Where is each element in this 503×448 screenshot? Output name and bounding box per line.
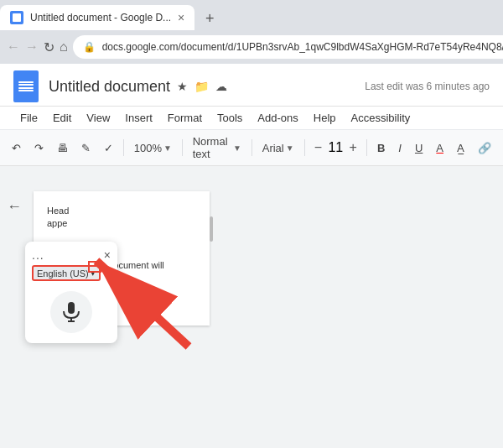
- docs-title[interactable]: Untitled document: [49, 78, 170, 96]
- docs-logo: [13, 70, 39, 102]
- highlight-button[interactable]: A̲: [452, 140, 469, 156]
- print-button[interactable]: 🖶: [52, 140, 73, 156]
- font-dropdown-arrow: ▼: [286, 143, 294, 153]
- scroll-indicator: [210, 216, 213, 242]
- link-button[interactable]: 🔗: [473, 140, 496, 156]
- red-highlight-box: [88, 261, 101, 273]
- redo-button[interactable]: ↷: [29, 140, 49, 156]
- menu-bar: File Edit View Insert Format Tools Add-o…: [0, 107, 503, 130]
- menu-help[interactable]: Help: [307, 108, 343, 128]
- doc-back-button[interactable]: ←: [7, 198, 22, 216]
- tab-close-btn[interactable]: ×: [178, 11, 184, 24]
- doc-line-1: Head: [47, 206, 69, 216]
- paint-format-button[interactable]: ✎: [76, 140, 96, 156]
- address-text: docs.google.com/document/d/1UPBn3srvAb_1…: [102, 41, 503, 53]
- menu-file[interactable]: File: [13, 108, 44, 128]
- zoom-select[interactable]: 100% ▼: [129, 140, 177, 156]
- star-icon[interactable]: ★: [177, 80, 188, 93]
- address-bar[interactable]: 🔒 docs.google.com/document/d/1UPBn3srvAb…: [73, 35, 503, 59]
- toolbar-divider-5: [366, 139, 367, 156]
- voice-popup-header: ... ×: [32, 248, 111, 262]
- font-size-decrease-button[interactable]: −: [309, 139, 326, 156]
- undo-button[interactable]: ↶: [7, 140, 26, 156]
- voice-popup-close-button[interactable]: ×: [104, 248, 111, 262]
- menu-accessibility[interactable]: Accessibility: [345, 108, 417, 128]
- menu-addons[interactable]: Add-ons: [251, 108, 304, 128]
- voice-mic-area: [32, 288, 111, 336]
- bold-button[interactable]: B: [372, 140, 390, 156]
- forward-button[interactable]: →: [25, 35, 39, 59]
- underline-button[interactable]: U: [410, 140, 428, 156]
- docs-header: Untitled document ★ 📁 ☁ Last edit was 6 …: [0, 64, 503, 107]
- voice-mic-button[interactable]: [50, 291, 92, 333]
- font-size-value[interactable]: 11: [328, 140, 343, 155]
- tab-title: Untitled document - Google D...: [30, 12, 171, 23]
- voice-typing-popup: ... × English (US) ▾: [25, 242, 117, 343]
- menu-edit[interactable]: Edit: [46, 108, 78, 128]
- toolbar: ↶ ↷ 🖶 ✎ ✓ 100% ▼ Normal text ▼ Arial ▼ −…: [0, 130, 503, 166]
- toolbar-divider-3: [252, 139, 252, 156]
- style-select[interactable]: Normal text ▼: [188, 133, 246, 162]
- voice-popup-dots[interactable]: ...: [32, 248, 44, 262]
- folder-icon[interactable]: 📁: [194, 80, 209, 93]
- menu-tools[interactable]: Tools: [210, 108, 249, 128]
- toolbar-divider-4: [304, 139, 305, 156]
- mic-svg-icon: [60, 300, 83, 324]
- svg-rect-0: [68, 302, 75, 314]
- lock-icon: 🔒: [83, 41, 96, 53]
- font-size-increase-button[interactable]: +: [345, 139, 361, 156]
- active-tab[interactable]: Untitled document - Google D... ×: [0, 5, 194, 30]
- doc-text: Head appe: [47, 205, 196, 231]
- docs-title-area: Untitled document ★ 📁 ☁: [49, 78, 355, 96]
- zoom-dropdown-arrow: ▼: [163, 143, 172, 153]
- tab-bar: Untitled document - Google D... × +: [0, 0, 503, 30]
- italic-button[interactable]: I: [393, 140, 407, 156]
- menu-format[interactable]: Format: [161, 108, 209, 128]
- browser-chrome: Untitled document - Google D... × + ← → …: [0, 0, 503, 64]
- voice-language-label: English (US): [37, 268, 89, 279]
- last-edit-text: Last edit was 6 minutes ago: [365, 81, 490, 92]
- spelling-button[interactable]: ✓: [99, 140, 118, 156]
- font-select[interactable]: Arial ▼: [257, 140, 299, 156]
- menu-insert[interactable]: Insert: [118, 108, 159, 128]
- home-button[interactable]: ⌂: [60, 35, 68, 59]
- menu-view[interactable]: View: [80, 108, 117, 128]
- address-bar-row: ← → ↻ ⌂ 🔒 docs.google.com/document/d/1UP…: [0, 30, 503, 64]
- doc-line-2: appe: [47, 218, 67, 228]
- back-button[interactable]: ←: [7, 35, 20, 59]
- doc-content-area: ← Head appe ... × English (US) ▾: [0, 191, 503, 448]
- cloud-icon[interactable]: ☁: [215, 80, 227, 93]
- text-color-button[interactable]: A: [431, 140, 449, 156]
- new-tab-button[interactable]: +: [198, 7, 221, 30]
- toolbar-divider-1: [123, 139, 124, 156]
- toolbar-divider-2: [182, 139, 183, 156]
- font-size-control: − 11 +: [309, 139, 361, 156]
- tab-favicon: [10, 11, 23, 24]
- reload-button[interactable]: ↻: [44, 35, 54, 59]
- style-dropdown-arrow: ▼: [233, 143, 241, 153]
